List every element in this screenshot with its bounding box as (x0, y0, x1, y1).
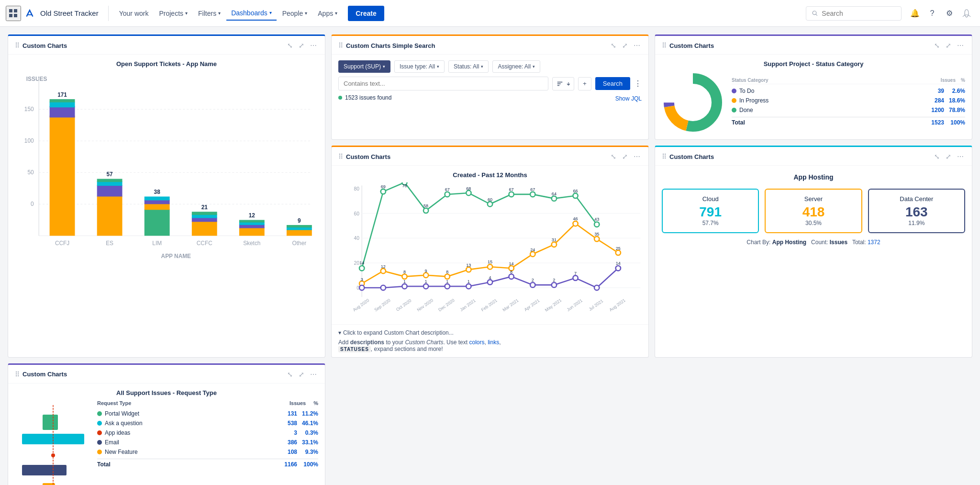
assignee-filter[interactable]: Assignee: All ▾ (492, 60, 540, 73)
chevron-down-icon: ▾ (437, 64, 439, 69)
svg-text:46: 46 (573, 216, 578, 221)
create-button[interactable]: Create (348, 6, 384, 21)
expand-icon[interactable]: ⤢ (297, 41, 306, 50)
svg-text:50: 50 (27, 169, 34, 176)
nav-dashboards[interactable]: Dashboards ▾ (226, 6, 277, 21)
minimize-icon[interactable]: ⤡ (609, 152, 618, 161)
add-filter-button[interactable]: + (578, 77, 591, 90)
svg-text:0: 0 (31, 201, 34, 207)
datacenter-label: Data Center (875, 195, 958, 203)
expand-icon[interactable]: ⤢ (944, 152, 953, 161)
expand-icon[interactable]: ⤢ (621, 41, 629, 50)
expand-icon[interactable]: ⤢ (944, 41, 953, 50)
bar-ccfc-purple (192, 217, 217, 222)
legend-total-row: Total 1166 100% (97, 459, 318, 469)
issues-found: 1523 issues found (338, 94, 391, 101)
widget-header: ⠿ Custom Charts ⤡ ⤢ ⋯ (332, 147, 648, 166)
drag-handle-icon[interactable]: ⠿ (15, 42, 20, 49)
svg-point-95 (552, 282, 557, 287)
nav-people[interactable]: People ▾ (278, 7, 312, 20)
expand-description[interactable]: ▾ Click to expand Custom Chart descripti… (338, 329, 642, 336)
chart-title: Support Project - Status Category (662, 60, 965, 68)
server-pct: 30.5% (771, 220, 855, 226)
drag-handle-icon[interactable]: ⠿ (338, 42, 343, 49)
nav-your-work[interactable]: Your work (114, 7, 154, 20)
green-dot-10 (573, 193, 578, 198)
widget-title: Custom Charts (346, 153, 390, 160)
svg-text:31: 31 (552, 237, 557, 242)
drag-handle-icon[interactable]: ⠿ (662, 42, 667, 49)
grid-menu-icon[interactable] (6, 6, 21, 21)
svg-text:Jun 2021: Jun 2021 (566, 298, 583, 313)
svg-text:8: 8 (403, 270, 406, 274)
svg-text:LIM: LIM (152, 240, 162, 247)
help-icon[interactable]: ? (924, 6, 940, 21)
show-jql-link[interactable]: Show JQL (615, 95, 642, 102)
widget-line-chart: ⠿ Custom Charts ⤡ ⤢ ⋯ Created - Past 12 … (331, 146, 649, 358)
expand-icon[interactable]: ⤢ (621, 152, 629, 161)
minimize-icon[interactable]: ⤡ (286, 41, 294, 50)
svg-text:May 2021: May 2021 (544, 298, 562, 313)
search-box[interactable] (806, 6, 902, 21)
more-options-button[interactable]: ⋮ (634, 79, 642, 88)
sort-button[interactable] (552, 77, 574, 90)
drag-handle-icon[interactable]: ⠿ (338, 153, 343, 160)
legend-dot-email (97, 440, 102, 445)
svg-text:60: 60 (488, 197, 492, 202)
notifications-icon[interactable]: 🔔 (907, 6, 923, 21)
more-icon[interactable]: ⋯ (956, 152, 965, 161)
minimize-icon[interactable]: ⤡ (933, 152, 941, 161)
svg-text:21: 21 (201, 204, 208, 211)
minimize-icon[interactable]: ⤡ (609, 41, 618, 50)
server-label: Server (771, 195, 855, 203)
svg-text:64: 64 (552, 192, 557, 196)
svg-point-64 (445, 274, 450, 279)
svg-text:38: 38 (154, 189, 161, 195)
svg-point-97 (594, 285, 599, 290)
bar-ccfc-green (192, 212, 217, 215)
svg-text:150: 150 (24, 106, 34, 113)
server-num: 418 (771, 204, 855, 220)
legend-dot-newfeature (97, 450, 102, 454)
bar-email (22, 465, 67, 475)
more-icon[interactable]: ⋯ (632, 41, 642, 50)
contains-text-input[interactable] (338, 77, 548, 90)
search-button[interactable]: Search (595, 77, 630, 90)
project-filter[interactable]: Support (SUP) ▾ (338, 60, 390, 73)
svg-text:2: 2 (532, 278, 534, 282)
cloud-num: 791 (668, 204, 752, 220)
total-link[interactable]: 1372 (868, 239, 880, 246)
request-chart-bars (15, 400, 91, 485)
bar-chart-body: Open Support Tickets - App Name ISSUES 1… (8, 55, 325, 274)
more-icon[interactable]: ⋯ (956, 41, 965, 50)
nav-apps[interactable]: Apps ▾ (313, 7, 342, 20)
svg-text:14: 14 (616, 261, 621, 266)
profile-icon[interactable] (959, 6, 974, 21)
logo[interactable]: Old Street Tracker (23, 7, 99, 20)
svg-text:Feb 2021: Feb 2021 (480, 298, 498, 312)
status-filter[interactable]: Status: All ▾ (448, 60, 489, 73)
minimize-icon[interactable]: ⤡ (286, 370, 294, 379)
svg-text:57: 57 (107, 171, 113, 178)
drag-handle-icon[interactable]: ⠿ (662, 153, 667, 160)
svg-text:Apr 2021: Apr 2021 (523, 298, 541, 312)
drag-handle-icon[interactable]: ⠿ (15, 371, 20, 378)
nav-filters[interactable]: Filters ▾ (193, 7, 225, 20)
more-icon[interactable]: ⋯ (309, 41, 318, 50)
more-icon[interactable]: ⋯ (632, 152, 642, 161)
nav-divider (108, 6, 109, 21)
legend-row-newfeature: New Feature 108 9.3% (97, 447, 318, 457)
minimize-icon[interactable]: ⤡ (933, 41, 941, 50)
search-input[interactable] (822, 10, 895, 17)
svg-text:68: 68 (466, 186, 471, 191)
svg-point-88 (402, 284, 407, 289)
search-widget-body: Support (SUP) ▾ Issue type: All ▾ Status… (332, 55, 648, 109)
chevron-down-icon: ▾ (335, 11, 337, 16)
bar-ccfc-orange (192, 221, 217, 236)
nav-projects[interactable]: Projects ▾ (154, 7, 192, 20)
issue-type-filter[interactable]: Issue type: All ▾ (394, 60, 445, 73)
donut-svg (662, 71, 724, 134)
expand-icon[interactable]: ⤢ (297, 370, 306, 379)
settings-icon[interactable]: ⚙ (942, 6, 957, 21)
more-icon[interactable]: ⋯ (309, 370, 318, 379)
